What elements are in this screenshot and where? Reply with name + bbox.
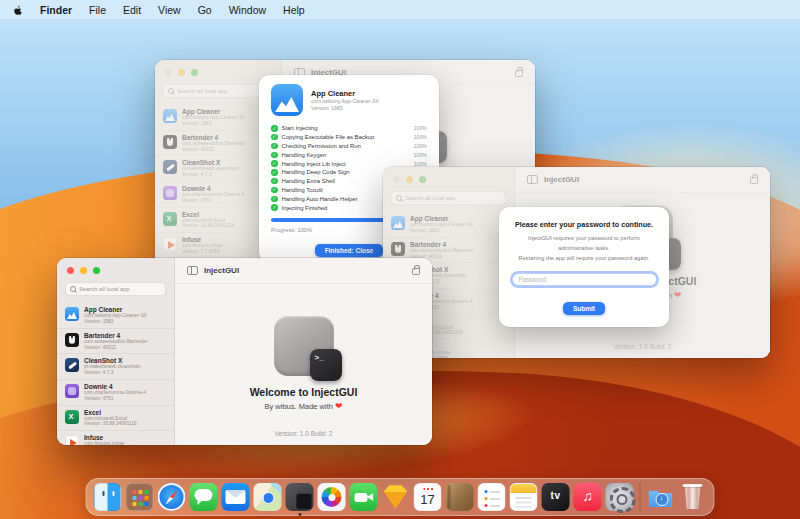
password-dialog: Please enter your password to continue. …	[499, 207, 669, 327]
check-circle-icon	[271, 143, 278, 150]
submit-button[interactable]: Submit	[563, 302, 605, 315]
facetime-dock-icon[interactable]	[350, 483, 378, 511]
search-placeholder: Search all local app	[79, 286, 130, 292]
finished-close-button[interactable]: Finished: Close	[315, 244, 383, 257]
music-dock-icon[interactable]	[574, 483, 602, 511]
injectgui-app-icon	[274, 316, 334, 376]
check-circle-icon	[271, 134, 278, 141]
step-label: Start Injecting	[282, 125, 318, 131]
welcome-version: Version: 1.0 Build: 2	[175, 430, 432, 437]
notes-dock-icon[interactable]	[510, 483, 538, 511]
app-cleaner-icon	[271, 84, 303, 116]
password-dialog-text: Restarting the app will require your pas…	[510, 254, 658, 264]
launchpad-dock-icon[interactable]	[126, 483, 154, 511]
password-dialog-heading: Please enter your password to continue.	[510, 220, 658, 229]
password-dialog-text: InjectGUI requires your password to perf…	[510, 234, 658, 254]
mail-dock-icon[interactable]	[222, 483, 250, 511]
finder-dock-icon[interactable]	[94, 483, 122, 511]
menu-item[interactable]: View	[158, 4, 181, 16]
app-version: Version: 16.88.24081116	[84, 421, 137, 427]
step-label: Injecting Finished	[282, 205, 328, 211]
search-icon	[70, 286, 76, 292]
sketch-dock-icon[interactable]	[382, 483, 410, 511]
app-version: Version: 4.7.3	[84, 370, 141, 376]
menu-bar: FinderFileEditViewGoWindowHelp	[0, 0, 800, 19]
app-name: Infuse	[84, 434, 125, 441]
lock-icon[interactable]	[412, 268, 420, 275]
app-list-item[interactable]: Infuse com.firecore.infuse Version: 7.7.…	[57, 430, 174, 445]
minimize-button[interactable]	[80, 267, 87, 274]
menu-item[interactable]: Window	[229, 4, 266, 16]
sidebar-toggle-icon[interactable]	[187, 266, 198, 275]
traffic-lights	[57, 258, 174, 279]
terminal-badge-icon	[310, 349, 342, 381]
app-list-item[interactable]: Bartender 4 com.surteesstudios.Bartender…	[57, 328, 174, 354]
check-circle-icon	[271, 187, 278, 194]
step-percent: 100%	[414, 125, 427, 131]
app-list-item[interactable]: App Cleaner com.nektony.App-Cleaner-SII …	[57, 303, 174, 328]
step-label: Handling Deep Code Sign	[282, 169, 350, 175]
tv-label: tv	[542, 490, 570, 501]
app-list-item[interactable]: Excel com.microsoft.Excel Version: 16.88…	[57, 405, 174, 431]
downie-icon	[65, 384, 79, 398]
maps-dock-icon[interactable]	[254, 483, 282, 511]
calendar-dock-icon[interactable]: 17	[414, 483, 442, 511]
photos-dock-icon[interactable]	[318, 483, 346, 511]
check-circle-icon	[271, 160, 278, 167]
check-circle-icon	[271, 169, 278, 176]
app-version: Version: 4751	[84, 396, 146, 402]
menu-item[interactable]: Edit	[123, 4, 141, 16]
dock: 17 tv	[86, 478, 715, 516]
step-percent: 100%	[414, 161, 427, 167]
menu-item[interactable]: Help	[283, 4, 305, 16]
desktop: FinderFileEditViewGoWindowHelp Search al…	[0, 0, 800, 519]
dialog-app-name: App Cleaner	[311, 89, 379, 98]
bartender-icon	[65, 333, 79, 347]
apple-logo-icon[interactable]	[12, 3, 23, 16]
app-list: App Cleaner com.nektony.App-Cleaner-SII …	[57, 303, 174, 445]
menu-items: FinderFileEditViewGoWindowHelp	[40, 4, 305, 16]
app-name: Downie 4	[84, 383, 146, 390]
check-circle-icon	[271, 204, 278, 211]
app-name: CleanShot X	[84, 357, 141, 364]
injection-step: Copying Executable File as Backup 100%	[271, 133, 427, 142]
search-input[interactable]: Search all local app	[65, 282, 166, 296]
menu-item[interactable]: Finder	[40, 4, 72, 16]
app-version: Version: 40912	[84, 345, 148, 351]
check-circle-icon	[271, 196, 278, 203]
cleanshot-icon	[65, 358, 79, 372]
trash-dock-icon[interactable]	[679, 483, 707, 511]
step-label: Handling Inject Lib Inject	[282, 161, 346, 167]
menu-item[interactable]: Go	[198, 4, 212, 16]
system-settings-dock-icon[interactable]	[606, 483, 634, 511]
check-circle-icon	[271, 152, 278, 159]
infuse-icon	[65, 435, 79, 445]
step-percent: 100%	[414, 143, 427, 149]
zoom-button[interactable]	[93, 267, 100, 274]
apple-tv-dock-icon[interactable]: tv	[542, 483, 570, 511]
downloads-folder-dock-icon[interactable]	[647, 483, 675, 511]
app-list-item[interactable]: CleanShot X pl.maketheweb.cleanshotx Ver…	[57, 353, 174, 379]
welcome-content: Welcome to InjectGUI By wibus. Made with…	[175, 284, 432, 445]
injection-step: Start Injecting 100%	[271, 124, 427, 133]
menu-item[interactable]: File	[89, 4, 106, 16]
injectgui-window-password: Search all local app App Cleaner com.nek…	[383, 167, 770, 358]
reminders-dock-icon[interactable]	[478, 483, 506, 511]
welcome-heading: Welcome to InjectGUI	[250, 386, 358, 398]
password-input[interactable]	[512, 273, 657, 286]
contacts-dock-icon[interactable]	[446, 483, 474, 511]
safari-dock-icon[interactable]	[158, 483, 186, 511]
step-percent: 100%	[414, 152, 427, 158]
app-bundle-id: com.firecore.infuse	[84, 441, 125, 445]
app-list-item[interactable]: Downie 4 com.charliemonroe.Downie-4 Vers…	[57, 379, 174, 405]
app-name: App Cleaner	[84, 306, 147, 313]
welcome-byline: By wibus. Made with	[265, 402, 333, 411]
dialog-app-version: Version: 1983	[311, 105, 379, 112]
app-cleaner-icon	[65, 307, 79, 321]
dock-separator	[640, 482, 641, 512]
window-title: InjectGUI	[204, 266, 239, 275]
step-label: Handling Auto Handle Helper	[282, 196, 358, 202]
injectgui-dock-icon[interactable]	[286, 483, 314, 511]
close-button[interactable]	[67, 267, 74, 274]
messages-dock-icon[interactable]	[190, 483, 218, 511]
